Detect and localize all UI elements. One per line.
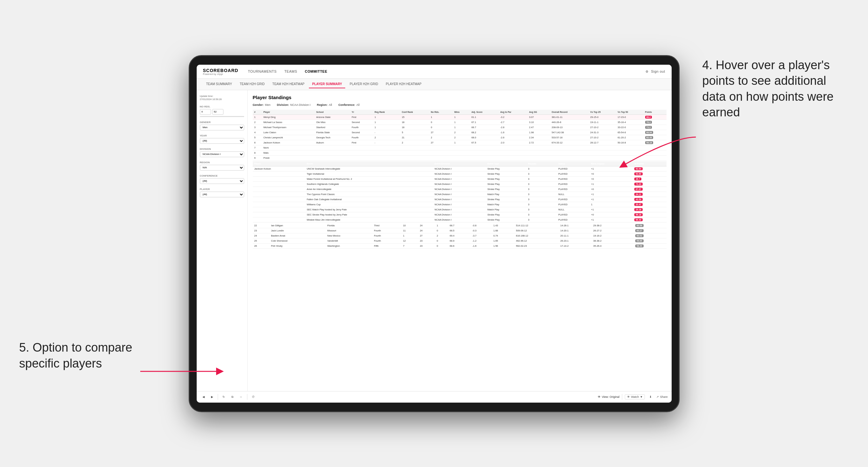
table-row: 1Wenyi DingArizona StateFirst1151161.1-3… [253, 115, 666, 120]
filter-division: Division: NCAA Division I [277, 103, 311, 106]
no-rds-min-input[interactable] [200, 109, 211, 115]
col-yr: Yr [350, 110, 373, 115]
tooltip-events-table: Player Event Event Division Event Type R… [253, 161, 666, 222]
eye-icon: 👁 [598, 395, 600, 399]
watch-chevron: ▼ [640, 395, 643, 399]
forward-button[interactable]: ▶ [209, 395, 215, 399]
share-button[interactable]: ↗ Share [656, 395, 668, 399]
points-badge[interactable]: 76.2 [645, 121, 652, 124]
sidebar-gender-section: Gender Men [200, 121, 244, 130]
sub-tab-player-summary[interactable]: PLAYER SUMMARY [309, 80, 345, 88]
sidebar-year-select[interactable]: (All) [200, 138, 244, 144]
table-row: 8Mats [253, 150, 666, 155]
tooltip-points-badge[interactable]: 46.7 [634, 178, 641, 180]
clock-button[interactable]: ⏱ [250, 395, 257, 399]
additional-points-badge[interactable]: 60.58 [635, 224, 644, 227]
sidebar-region-label: Region [200, 161, 244, 164]
main-content: Update time: 27/01/2024 16:56:26 No Rds. [197, 90, 672, 391]
points-badge[interactable]: 68.94 [645, 131, 653, 134]
sidebar-year-label: Year [200, 134, 244, 137]
additional-points-badge[interactable]: 59.95 [635, 240, 644, 242]
tooltip-points-badge[interactable]: 29.38 [634, 208, 643, 211]
tooltip-points-badge[interactable]: 67.67 [634, 188, 643, 191]
tooltip-points-badge[interactable]: 43.50 [634, 198, 643, 201]
tooltip-points-badge[interactable]: 73.23 [634, 183, 643, 186]
view-original-label: View: Original [602, 395, 619, 399]
toolbar-sep-3 [622, 394, 622, 400]
sidebar-region-section: Region N/A [200, 161, 244, 170]
sidebar-gender-label: Gender [200, 121, 244, 124]
col-points: Points [644, 110, 666, 115]
toolbar-sep-2 [247, 394, 247, 400]
filter-gender-value: Men [265, 103, 271, 106]
nav-tournaments[interactable]: TOURNAMENTS [248, 68, 277, 74]
copy-button[interactable]: ⧉ [229, 395, 235, 399]
table-row: 2Michael La SassoOle MissSecond1180167.1… [253, 120, 666, 125]
additional-points-badge[interactable]: 60.02 [635, 234, 644, 237]
sign-out-link[interactable]: Sign out [651, 68, 665, 74]
sidebar-region-select[interactable]: N/A [200, 165, 244, 170]
additional-table-row: 25Cole SherwoodVanderbiltFourth1223068.9… [253, 238, 666, 243]
tooltip-table-row: Jackson KolsonUNCW Seahawk Intercollegia… [253, 166, 666, 171]
table-row: 3Michael ThorbjornsenStanfordFourth11801… [253, 125, 666, 130]
tooltip-table-row: The Cypress Point ClassicNCAA Division I… [253, 192, 666, 197]
sub-tab-team-h2h-heatmap[interactable]: TEAM H2H HEATMAP [269, 80, 308, 88]
tooltip-points-badge[interactable]: 24.11 [634, 193, 643, 196]
watch-label: Watch [631, 395, 639, 399]
arrow-top-right [619, 134, 699, 172]
share-icon: ↗ [656, 395, 659, 399]
nav-committee[interactable]: COMMITTEE [305, 68, 328, 74]
additional-rows-table: 22Ian GilliganFloridaThird1024168.7-0.81… [253, 223, 666, 249]
additional-table-row: 22Ian GilliganFloridaThird1024168.7-0.81… [253, 223, 666, 228]
tooltip-col-event: Event [305, 161, 433, 166]
view-original: 👁 View: Original [598, 395, 619, 399]
refresh-button[interactable]: ↻ [221, 395, 227, 399]
tooltip-table-row: SEC Stroke Play hosted by Jerry PateNCAA… [253, 212, 666, 217]
tooltip-table-row: Tiger InvitationalNCAA Division IStroke … [253, 171, 666, 176]
additional-points-badge[interactable]: 60.27 [635, 229, 644, 232]
no-rds-max-input[interactable] [212, 109, 223, 115]
logo-text: SCOREBOARD [203, 68, 239, 73]
col-wins: Wins [453, 110, 470, 115]
nav-teams[interactable]: TEAMS [284, 68, 297, 74]
tooltip-points-badge[interactable]: 56.18 [634, 213, 643, 216]
additional-points-badge[interactable]: 58.49 [635, 245, 644, 247]
tooltip-points-badge[interactable]: 66.40 [634, 218, 643, 221]
col-overall-record: Overall Record [550, 110, 589, 115]
sidebar-player-select[interactable]: (All) [200, 192, 244, 197]
table-row: 7Nichi [253, 145, 666, 150]
sidebar-conference-select[interactable]: (All) [200, 178, 244, 184]
points-badge[interactable]: 73.2 [645, 126, 652, 129]
tooltip-col-status: Status [557, 161, 589, 166]
sub-tab-player-h2h-heatmap[interactable]: PLAYER H2H HEATMAP [382, 80, 425, 88]
tooltip-table-row: SEC Match Play hosted by Jerry PateNCAA … [253, 207, 666, 212]
bottom-toolbar: ◀ ▶ ↻ ⧉ ↔ ⏱ 👁 View: Original 👁 Watch ▼ ⬇… [197, 391, 672, 403]
filter-conference-value: All [356, 103, 360, 106]
sidebar-division-select[interactable]: NCAA Division I [200, 151, 244, 157]
back-button[interactable]: ◀ [200, 395, 207, 399]
download-button[interactable]: ⬇ [647, 395, 654, 399]
points-badge[interactable]: 88.2 [645, 116, 652, 119]
sub-tab-player-h2h-grid[interactable]: PLAYER H2H GRID [346, 80, 381, 88]
sidebar-division-section: Division NCAA Division I [200, 148, 244, 157]
nav-button[interactable]: ↔ [238, 395, 245, 399]
sub-tab-team-h2h-grid[interactable]: TEAM H2H GRID [237, 80, 268, 88]
sub-tab-team-summary[interactable]: TEAM SUMMARY [203, 80, 236, 88]
sidebar-no-rds-section: No Rds. [200, 105, 244, 117]
content-panel: Player Standings Gender: Men Division: N… [248, 90, 672, 391]
sidebar-gender-select[interactable]: Men [200, 125, 244, 130]
tooltip-col-player: Player [253, 161, 305, 166]
tooltip-table-row: Fallen Oak Collegiate InvitationalNCAA D… [253, 197, 666, 202]
sidebar-player-label: Player [200, 188, 244, 191]
tooltip-points-badge[interactable]: 53.60 [634, 173, 643, 175]
tooltip-table-row: Mirabei Maui Jim IntercollegiateNCAA Div… [253, 217, 666, 222]
col-vs-top25: Vs Top 25 [588, 110, 616, 115]
filter-division-value: NCAA Division I [290, 103, 311, 106]
table-row: 5Christo LamprechtGeorgia TechFourth2212… [253, 135, 666, 140]
filter-region: Region: All [317, 103, 332, 106]
additional-table-row: 23Jack LundinMissouriFourth1124068.5-0.3… [253, 228, 666, 233]
watch-button[interactable]: 👁 Watch ▼ [625, 394, 645, 399]
filter-gender: Gender: Men [253, 103, 271, 106]
tooltip-points-badge[interactable]: 20.47 [634, 203, 643, 206]
tablet-frame: SCOREBOARD Powered by clippi TOURNAMENTS… [189, 55, 680, 412]
